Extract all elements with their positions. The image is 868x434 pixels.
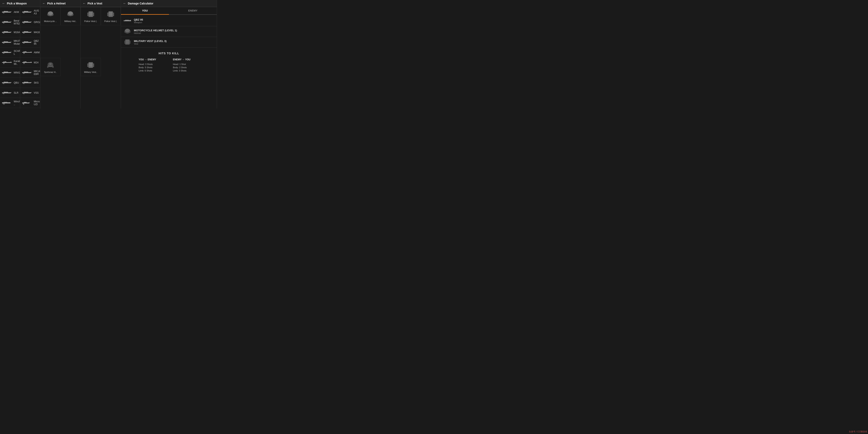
weapon-item[interactable]: AUG A3: [20, 7, 40, 17]
weapon-item[interactable]: M16A4: [0, 27, 20, 37]
selected-weapon-row[interactable]: QBZ 95 Weapon: [121, 16, 217, 26]
svg-point-107: [48, 11, 53, 15]
svg-rect-127: [109, 12, 113, 13]
weapon-item[interactable]: M416: [20, 27, 40, 37]
svg-rect-29: [5, 61, 6, 62]
weapon-item-name: Karabiner 98..: [14, 60, 20, 65]
svg-rect-69: [30, 42, 32, 42]
svg-rect-54: [30, 11, 32, 12]
svg-rect-23: [3, 53, 4, 54]
svg-rect-125: [107, 12, 109, 16]
selected-vest-type: Vest: [134, 42, 166, 45]
weapon-back-button[interactable]: ←: [2, 2, 5, 5]
svg-rect-66: [25, 31, 25, 32]
weapon-item[interactable]: MINI14: [0, 68, 20, 78]
svg-rect-34: [4, 71, 5, 72]
weapon-item-icon: [2, 9, 12, 15]
svg-rect-83: [24, 72, 28, 72]
svg-rect-84: [30, 72, 32, 73]
svg-rect-116: [47, 66, 49, 68]
weapon-col-right: AUG A3 GROZA M416: [20, 7, 40, 109]
svg-rect-60: [23, 22, 25, 23]
svg-rect-94: [30, 92, 32, 93]
svg-rect-108: [48, 15, 53, 16]
svg-rect-70: [23, 42, 25, 44]
weapon-item[interactable]: SLR: [0, 88, 20, 98]
vest-item[interactable]: Police Vest (.: [81, 7, 101, 25]
vest-grid: Police Vest (. Police Vest (. Military V…: [81, 7, 121, 109]
weapon-item[interactable]: Micro UZI: [20, 98, 40, 108]
svg-rect-75: [23, 53, 25, 54]
weapon-item[interactable]: Tommy Gun: [0, 108, 20, 109]
weapon-item-icon: [2, 70, 12, 76]
selected-vest-icon: [123, 38, 131, 46]
enemy-body-stat: Body: 2 Shots: [173, 66, 199, 69]
weapon-item[interactable]: Winchester ..: [0, 98, 20, 108]
svg-rect-14: [4, 31, 5, 32]
svg-rect-4: [4, 11, 5, 12]
svg-rect-93: [24, 92, 28, 92]
helmet-grid: Motorcycle .. Military Hel.. Spetsnaz H.…: [40, 7, 81, 109]
weapon-item[interactable]: SCAR-L: [0, 48, 20, 58]
tab-enemy[interactable]: ENEMY: [169, 7, 217, 15]
weapon-item[interactable]: AWM: [20, 48, 40, 58]
svg-rect-24: [4, 51, 5, 52]
weapon-col-left: AKM Beryl M762 M16A4: [0, 7, 20, 109]
weapon-item-icon: [2, 50, 12, 55]
svg-rect-32: [10, 72, 12, 73]
weapon-item[interactable]: VSS: [20, 88, 40, 98]
weapon-item[interactable]: SKS: [20, 78, 40, 88]
svg-rect-21: [4, 52, 8, 52]
svg-rect-42: [10, 92, 12, 93]
weapon-item[interactable]: QBZ 95: [20, 37, 40, 48]
helmet-panel-header: ← Pick a Helmet: [40, 0, 81, 7]
svg-rect-56: [25, 11, 25, 12]
weapon-item-icon: [22, 60, 32, 65]
svg-rect-98: [24, 102, 27, 103]
vest-back-button[interactable]: ←: [83, 2, 86, 5]
enemy-head-stat: Head: 1 Shot: [173, 63, 199, 65]
helmet-back-button[interactable]: ←: [42, 2, 45, 5]
weapon-item[interactable]: MK14 EBR: [20, 68, 40, 78]
weapon-item[interactable]: M24: [20, 58, 40, 68]
svg-rect-11: [4, 31, 8, 32]
helmet-item-icon: [46, 10, 55, 19]
weapon-item-icon: [22, 100, 32, 106]
vest-item-icon: [106, 10, 115, 19]
svg-rect-132: [93, 63, 94, 67]
svg-rect-2: [10, 11, 12, 12]
tab-you[interactable]: YOU: [121, 7, 169, 15]
vest-panel-header: ← Pick a Vest: [81, 0, 121, 7]
svg-rect-81: [25, 61, 26, 62]
svg-rect-126: [113, 12, 114, 16]
svg-rect-28: [3, 63, 4, 64]
svg-rect-59: [30, 22, 32, 22]
weapon-item[interactable]: AKM: [0, 7, 20, 17]
weapon-item-icon: [22, 19, 32, 25]
weapon-item-name: QBU: [14, 81, 19, 84]
weapon-item-icon: [2, 39, 12, 45]
weapon-item[interactable]: MK47 Mutant: [0, 37, 20, 48]
weapon-item[interactable]: UMP9: [20, 108, 40, 109]
helmet-item[interactable]: Military Hel..: [61, 7, 81, 25]
vest-item[interactable]: Military Vest..: [81, 58, 101, 76]
svg-rect-138: [123, 21, 125, 21]
vest-item[interactable]: Police Vest (.: [101, 7, 121, 25]
selected-vest-row[interactable]: MILITARY VEST (LEVEL 3) Vest: [121, 37, 217, 48]
svg-rect-27: [10, 62, 12, 62]
helmet-item[interactable]: Spetsnaz H..: [40, 58, 61, 76]
weapon-item-icon: [2, 100, 12, 106]
svg-rect-8: [3, 22, 4, 23]
helmet-item[interactable]: Motorcycle ..: [40, 7, 61, 25]
vest-item-icon: [86, 10, 95, 19]
selected-helmet-row[interactable]: MOTORCYCLE HELMET (LEVEL 1) Helmet: [121, 26, 217, 37]
weapon-item[interactable]: Beryl M762: [0, 17, 20, 27]
svg-rect-99: [23, 103, 24, 105]
svg-rect-137: [125, 20, 129, 20]
svg-rect-117: [53, 66, 54, 68]
weapon-item[interactable]: QBU: [0, 78, 20, 88]
weapon-columns: AKM Beryl M762 M16A4: [0, 7, 40, 109]
weapon-item[interactable]: Karabiner 98..: [0, 58, 20, 68]
weapon-item[interactable]: GROZA: [20, 17, 40, 27]
calc-back-button[interactable]: ←: [123, 2, 126, 5]
